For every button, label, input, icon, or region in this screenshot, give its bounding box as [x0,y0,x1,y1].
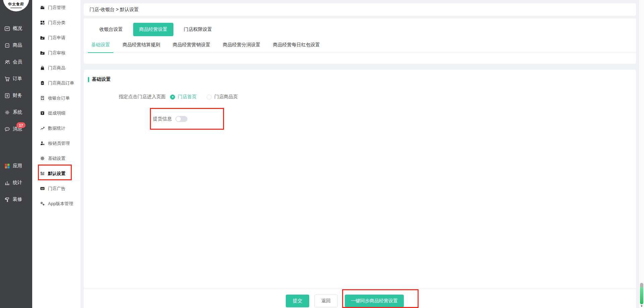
scrollbar[interactable]: ▼ [639,0,644,308]
main-content: 门店-收银台 > 默认设置 收银台设置 商品经营设置 门店权限设置 基础设置 商… [80,0,644,308]
nav-orders[interactable]: 订单 [0,70,32,87]
default-settings-icon [40,171,45,176]
tab-goods-operation-settings[interactable]: 商品经营设置 [133,23,173,36]
sync-goods-settings-button[interactable]: 一键同步商品经营设置 [345,295,404,307]
logo-circle: 华太食府 [3,0,29,11]
nav-finance[interactable]: 财务 [0,87,32,104]
store-audit-icon [40,50,45,56]
scrollbar-thumb[interactable] [640,287,643,304]
sidebar-item-label: 门店管理 [48,5,65,11]
sidebar-item-label: App版本管理 [48,201,73,207]
sidebar-item-cashier-order[interactable]: 收银台订单 [32,90,80,106]
logo-subtext [10,7,22,8]
scrollbar-down-arrow-icon[interactable]: ▼ [639,305,644,308]
nav-label: 概况 [13,25,22,32]
nav-label: 系统 [13,109,22,115]
radio-store-goods-page[interactable]: 门店商品页 [207,94,238,100]
submit-button[interactable]: 提交 [286,295,309,307]
nav-goods[interactable]: 商品 [0,37,32,54]
sidebar-item-label: 基础设置 [48,156,65,162]
back-button[interactable]: 返回 [314,295,338,307]
sidebar-item-store-apply[interactable]: 门店申请 [32,30,80,45]
sidebar-item-commission[interactable]: 提成明细 [32,106,80,121]
radio-label: 门店首页 [178,94,197,100]
cashier-order-icon [40,96,45,101]
orders-icon [4,76,10,82]
sidebar-item-label: 数据统计 [48,125,65,131]
sidebar-item-store-ad[interactable]: AD 门店广告 [32,181,80,196]
store-ad-icon: AD [40,186,45,191]
sidebar-item-store-goods-order[interactable]: 门店商品订单 [32,75,80,90]
sidebar-item-label: 默认设置 [48,171,65,177]
subtab-settlement-rules[interactable]: 商品经营结算规则 [119,39,163,53]
tab-store-permission-settings[interactable]: 门店权限设置 [178,23,218,36]
toggle-knob-icon [176,117,181,121]
logo: 华太食府 [0,0,32,11]
nav-overview[interactable]: 概况 [0,20,32,37]
sidebar-item-label: 门店广告 [48,186,65,192]
nav-label: 商品 [13,42,22,48]
nav-members[interactable]: 会员 [0,54,32,70]
sidebar-item-label: 门店申请 [48,35,65,41]
radio-label: 门店商品页 [214,94,238,100]
commission-icon [40,111,45,116]
nav-statistics[interactable]: 统计 [0,174,32,191]
primary-sidebar: 华太食府 概况 商品 会员 [0,0,32,308]
subtab-basic-settings[interactable]: 基础设置 [88,39,113,53]
entry-page-label: 指定点击门店进入页面 [119,94,166,100]
nav-system[interactable]: 系统 [0,104,32,121]
nav-apps[interactable]: 应用 [0,158,32,174]
logo-text: 华太食府 [8,2,24,7]
sidebar-item-store-category[interactable]: 门店分类 [32,15,80,30]
section-accent-bar [88,77,89,82]
breadcrumb: 门店-收银台 > 默认设置 [90,7,139,13]
radio-dot-icon [170,95,175,100]
tab-bar: 收银台设置 商品经营设置 门店权限设置 [84,18,636,36]
messages-icon [4,126,10,132]
nav-label: 财务 [13,93,22,99]
subtab-marketing-settings[interactable]: 商品经营营销设置 [169,39,214,53]
goods-icon [4,42,10,48]
sidebar-item-basic-settings[interactable]: 基础设置 [32,151,80,166]
store-apply-icon [40,35,45,41]
subtab-profit-share-settings[interactable]: 商品经营分润设置 [219,39,264,53]
sidebar-item-app-version[interactable]: App版本管理 [32,196,80,211]
tab-cashier-settings[interactable]: 收银台设置 [93,23,129,36]
entry-page-row: 指定点击门店进入页面 门店首页 门店商品页 [88,94,636,100]
system-icon [4,109,10,115]
app-window: 华太食府 概况 商品 会员 [0,0,644,308]
sidebar-item-label: 门店分类 [48,20,65,26]
svg-text:AD: AD [41,188,44,190]
section-header: 基础设置 [88,76,636,82]
sidebar-item-store-goods[interactable]: 门店商品 [32,60,80,75]
nav-messages[interactable]: 消息 17 [0,121,32,137]
basic-settings-icon [40,156,45,161]
app-version-icon [40,201,45,206]
members-icon [4,59,10,65]
subtab-daily-redpacket-settings[interactable]: 商品经营每日红包设置 [270,39,323,53]
primary-nav: 概况 商品 会员 订单 [0,20,32,208]
radio-store-homepage[interactable]: 门店首页 [170,94,197,100]
data-stats-icon [40,126,45,131]
sidebar-item-store-audit[interactable]: 门店审核 [32,45,80,60]
breadcrumb-bar: 门店-收银台 > 默认设置 [84,3,636,16]
nav-decorate[interactable]: 装修 [0,191,32,208]
sidebar-item-default-settings[interactable]: 默认设置 [32,166,80,181]
store-manage-icon [40,5,45,10]
nav-spacer [0,137,32,158]
statistics-icon [4,180,10,186]
pickup-info-toggle[interactable] [175,116,187,122]
pickup-info-label: 提货信息 [153,116,172,122]
annotation-box-pickup-info: 提货信息 [150,108,224,130]
sidebar-item-store-manage[interactable]: 门店管理 [32,0,80,15]
store-category-icon [40,20,45,25]
sidebar-item-label: 收银台订单 [48,95,70,101]
settings-panel: 基础设置 指定点击门店进入页面 门店首页 门店商品页 提货信息 [84,70,636,308]
sidebar-item-verifier-manage[interactable]: 核销员管理 [32,136,80,151]
radio-dot-icon [207,95,212,100]
nav-label: 装修 [13,196,22,202]
section-title: 基础设置 [92,76,111,82]
sidebar-item-label: 核销员管理 [48,140,70,146]
sidebar-item-data-stats[interactable]: 数据统计 [32,121,80,136]
sidebar-item-label: 门店审核 [48,50,65,56]
